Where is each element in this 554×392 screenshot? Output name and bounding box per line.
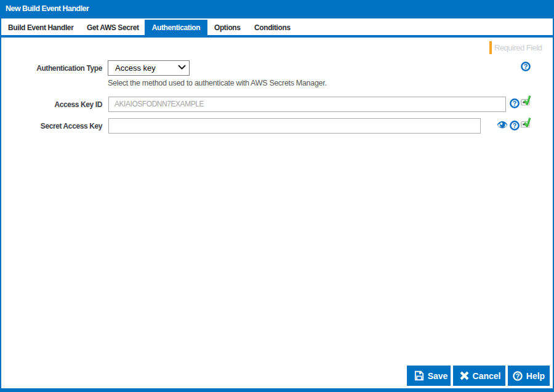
svg-text:?: ?	[512, 121, 516, 129]
svg-text:?: ?	[512, 99, 516, 106]
svg-text:?: ?	[523, 63, 528, 70]
svg-text:?: ?	[515, 372, 520, 380]
